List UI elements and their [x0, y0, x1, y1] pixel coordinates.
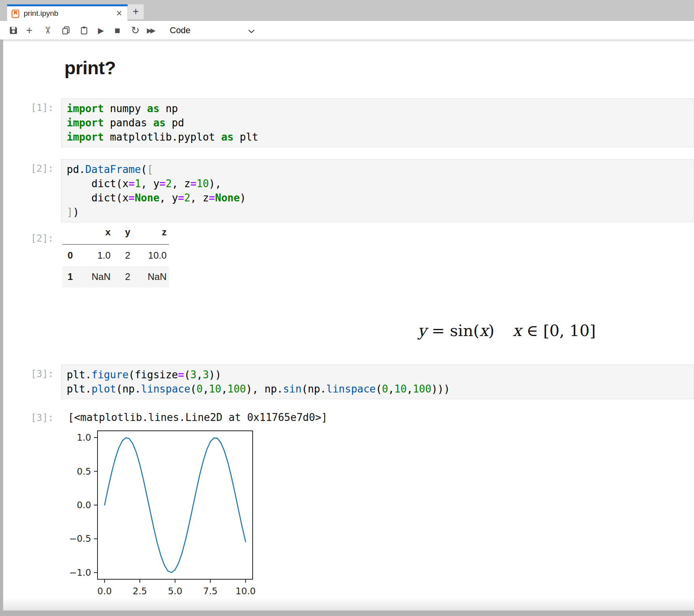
svg-text:0.5: 0.5 [77, 466, 91, 477]
code-cell-3: [3]: plt.figure(figsize=(3,3))plt.plot(n… [0, 364, 694, 399]
latex-formula: y = sin(x)x ∈ [0, 10] [418, 321, 596, 340]
input-prompt: [1]: [31, 102, 54, 113]
tab-bar: print.ipynb × + [0, 0, 694, 21]
copy-icon[interactable] [62, 26, 70, 35]
new-tab-button[interactable]: + [128, 4, 144, 19]
bottom-frame-strip [0, 610, 694, 616]
jupyterlab-window: print.ipynb × + + ✂ ▶ ■ [0, 0, 694, 616]
svg-text:−1.0: −1.0 [69, 567, 91, 578]
save-icon[interactable] [9, 26, 18, 35]
code-cell-1: [1]: import numpy as npimport pandas as … [0, 98, 694, 147]
output-cell-2: [2]: xyz01.0210.01NaN2NaN [0, 224, 694, 287]
output-prompt: [2]: [31, 233, 54, 244]
svg-text:7.5: 7.5 [203, 586, 218, 596]
code-cell-input[interactable]: import numpy as npimport pandas as pdimp… [61, 98, 694, 147]
dataframe-table: xyz01.0210.01NaN2NaN [0, 224, 694, 287]
notebook-toolbar: + ✂ ▶ ■ ↻ ▶▶ Code [0, 21, 694, 40]
code-cell-input[interactable]: plt.figure(figsize=(3,3))plt.plot(np.lin… [61, 364, 694, 399]
input-prompt: [2]: [31, 163, 54, 174]
output-repr-text: [<matplotlib.lines.Line2D at 0x11765e7d0… [68, 411, 327, 423]
restart-icon[interactable]: ↻ [131, 24, 140, 36]
output-prompt: [3]: [31, 412, 54, 423]
run-icon[interactable]: ▶ [98, 26, 104, 35]
left-frame-strip [0, 39, 3, 616]
input-prompt: [3]: [31, 368, 54, 379]
code-cell-2: [2]: pd.DataFrame([ dict(x=1, y=2, z=10)… [0, 159, 694, 222]
page-title: print? [64, 57, 116, 79]
close-tab-icon[interactable]: × [116, 8, 122, 19]
code-cell-input[interactable]: pd.DataFrame([ dict(x=1, y=2, z=10), dic… [61, 159, 694, 222]
cut-icon[interactable]: ✂ [42, 26, 53, 34]
svg-text:2.5: 2.5 [133, 586, 147, 596]
svg-text:−0.5: −0.5 [69, 533, 91, 544]
notebook-icon [11, 9, 19, 18]
tab-print-ipynb[interactable]: print.ipynb × [7, 4, 128, 21]
fast-forward-icon[interactable]: ▶▶ [147, 26, 154, 34]
svg-text:1.0: 1.0 [77, 432, 91, 443]
tab-title: print.ipynb [24, 9, 58, 18]
svg-text:0.0: 0.0 [77, 500, 91, 510]
chevron-down-icon[interactable] [247, 28, 256, 33]
stop-icon[interactable]: ■ [114, 25, 120, 36]
matplotlib-figure: 0.02.55.07.510.01.00.50.0−0.5−1.0 [51, 426, 266, 607]
bottom-scroll-area [3, 599, 694, 610]
paste-icon[interactable] [80, 26, 88, 35]
add-cell-icon[interactable]: + [26, 24, 32, 37]
svg-text:5.0: 5.0 [168, 586, 182, 596]
cell-type-select[interactable]: Code [170, 25, 191, 36]
svg-text:0.0: 0.0 [98, 586, 112, 596]
svg-text:10.0: 10.0 [236, 586, 256, 596]
